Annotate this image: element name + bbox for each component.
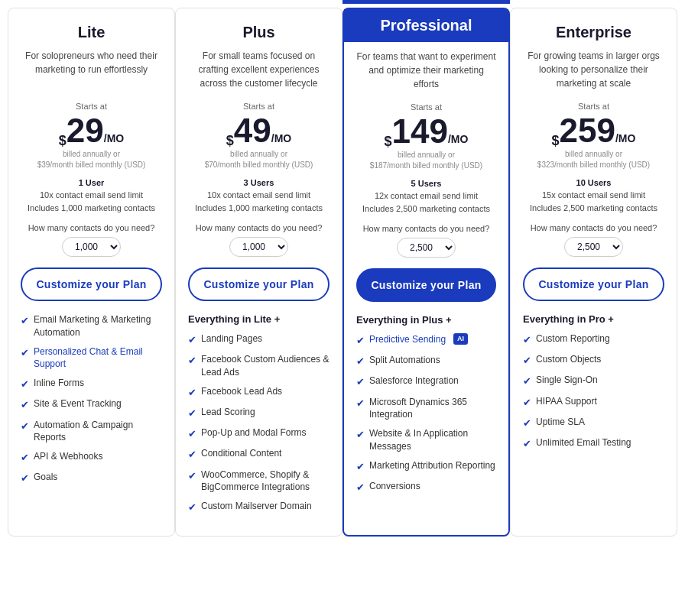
check-icon: ✔: [523, 437, 531, 451]
feature-item: ✔ Inline Forms: [21, 377, 162, 391]
check-icon: ✔: [523, 417, 531, 430]
plan-name-banner: Professional: [344, 9, 508, 42]
contacts-select[interactable]: 2,500: [397, 238, 456, 258]
price-amount: 149: [392, 115, 448, 148]
price-row: $ 49 /MO: [226, 114, 291, 148]
feature-item: ✔ Automation & Campaign Reports: [21, 419, 162, 445]
contacts-select[interactable]: 2,500: [564, 237, 623, 257]
feature-label: Uptime SLA: [536, 416, 585, 429]
price-dollar: $: [552, 134, 560, 148]
feature-label: Facebook Lead Ads: [201, 385, 282, 398]
check-icon: ✔: [188, 386, 196, 400]
feature-item: ✔ Single Sign-On: [523, 374, 664, 388]
check-icon: ✔: [188, 501, 196, 514]
price-mo: /MO: [448, 133, 468, 145]
plan-limits: 12x contact email send limitIncludes 2,5…: [362, 190, 490, 215]
feature-link[interactable]: Predictive Sending: [369, 333, 446, 346]
plan-limits: 15x contact email send limitIncludes 2,5…: [530, 189, 657, 214]
price-row: $ 149 /MO: [385, 115, 469, 148]
check-icon: ✔: [21, 314, 29, 328]
feature-label: Custom Objects: [536, 353, 601, 366]
plan-limits: 10x contact email send limitIncludes 1,0…: [195, 189, 323, 214]
check-icon: ✔: [188, 469, 196, 483]
starts-at-label: Starts at: [76, 102, 107, 111]
check-icon: ✔: [356, 355, 365, 368]
price-billed: billed annually or$39/month billed month…: [37, 149, 146, 170]
plan-users: 3 Users: [244, 178, 274, 187]
price-billed: billed annually or$323/month billed mont…: [537, 149, 650, 170]
check-icon: ✔: [188, 427, 196, 441]
feature-item: ✔ Uptime SLA: [523, 416, 664, 430]
plan-users: 1 User: [79, 178, 105, 187]
feature-label: Site & Event Tracking: [34, 397, 122, 410]
feature-item: ✔ Marketing Attribution Reporting: [356, 459, 496, 474]
check-icon: ✔: [21, 472, 29, 485]
feature-label: Lead Scoring: [201, 406, 255, 419]
check-icon: ✔: [356, 481, 365, 494]
price-amount: 49: [234, 114, 271, 148]
check-icon: ✔: [356, 460, 365, 474]
check-icon: ✔: [523, 396, 531, 410]
feature-item: ✔ API & Webhooks: [21, 450, 162, 465]
plan-name: Lite: [78, 24, 106, 41]
feature-list-plus: ✔ Landing Pages ✔ Facebook Custom Audien…: [188, 332, 330, 520]
plan-card-lite: LiteFor solopreneurs who need their mark…: [8, 8, 175, 537]
popular-badge: MOST POPULAR: [342, 0, 510, 4]
feature-label: Pop-Up and Modal Forms: [201, 426, 306, 439]
price-row: $ 259 /MO: [552, 114, 636, 148]
feature-item: ✔ Facebook Lead Ads: [188, 385, 330, 400]
price-row: $ 29 /MO: [59, 114, 124, 148]
feature-item: ✔ Conversions: [356, 480, 496, 494]
plan-desc: For small teams focused on crafting exce…: [188, 49, 330, 91]
feature-label: Marketing Attribution Reporting: [369, 459, 495, 472]
cta-button-enterprise[interactable]: Customize your Plan: [523, 267, 664, 301]
plan-desc: For growing teams in larger orgs looking…: [523, 49, 664, 91]
plan-desc: For solopreneurs who need their marketin…: [21, 49, 162, 91]
check-icon: ✔: [21, 346, 29, 360]
feature-item: ✔ Website & In Application Messages: [356, 427, 496, 453]
feature-label: Unlimited Email Testing: [536, 436, 631, 449]
feature-item: ✔ Pop-Up and Modal Forms: [188, 426, 330, 441]
check-icon: ✔: [21, 378, 29, 391]
check-icon: ✔: [188, 333, 196, 347]
check-icon: ✔: [188, 448, 196, 462]
feature-item: ✔ Email Marketing & Marketing Automation: [21, 313, 162, 339]
feature-item: ✔ Predictive SendingAI: [356, 333, 496, 348]
feature-item: ✔ HIPAA Support: [523, 395, 664, 410]
feature-item: ✔ Site & Event Tracking: [21, 397, 162, 412]
contacts-select[interactable]: 1,000: [62, 237, 121, 257]
plan-card-enterprise: EnterpriseFor growing teams in larger or…: [510, 8, 677, 537]
cta-button-professional[interactable]: Customize your Plan: [356, 268, 496, 302]
feature-list-enterprise: ✔ Custom Reporting ✔ Custom Objects ✔ Si…: [523, 332, 664, 457]
feature-label: Email Marketing & Marketing Automation: [34, 313, 162, 339]
ai-badge: AI: [453, 333, 468, 345]
contacts-label: How many contacts do you need?: [196, 223, 323, 232]
everything-in: Everything in Pro +: [523, 313, 664, 325]
contacts-select[interactable]: 1,000: [229, 237, 288, 257]
cta-button-plus[interactable]: Customize your Plan: [188, 267, 330, 301]
contacts-label: How many contacts do you need?: [28, 223, 155, 232]
starts-at-label: Starts at: [411, 102, 442, 112]
feature-list-lite: ✔ Email Marketing & Marketing Automation…: [21, 313, 162, 492]
check-icon: ✔: [356, 397, 365, 410]
starts-at-label: Starts at: [578, 102, 609, 111]
feature-item: ✔ Lead Scoring: [188, 406, 330, 420]
price-mo: /MO: [104, 132, 124, 144]
feature-label: Microsoft Dynamics 365 Integration: [369, 396, 496, 422]
price-mo: /MO: [615, 132, 635, 144]
feature-link[interactable]: Personalized Chat & Email Support: [34, 345, 162, 371]
feature-label: API & Webhooks: [34, 450, 103, 463]
contacts-label: How many contacts do you need?: [531, 223, 657, 232]
plan-desc: For teams that want to experiment and op…: [356, 50, 496, 92]
price-dollar: $: [226, 134, 234, 148]
feature-label: Single Sign-On: [536, 374, 598, 387]
price-billed: billed annually or$70/month billed month…: [205, 149, 313, 170]
feature-label: Goals: [34, 471, 57, 484]
check-icon: ✔: [188, 407, 196, 420]
cta-button-lite[interactable]: Customize your Plan: [21, 267, 162, 301]
feature-label: Landing Pages: [201, 332, 262, 345]
feature-item: ✔ Facebook Custom Audiences & Lead Ads: [188, 353, 330, 379]
feature-label: Inline Forms: [34, 377, 84, 390]
feature-item: ✔ WooCommerce, Shopify & BigCommerce Int…: [188, 468, 330, 494]
feature-label: Split Automations: [369, 354, 440, 367]
